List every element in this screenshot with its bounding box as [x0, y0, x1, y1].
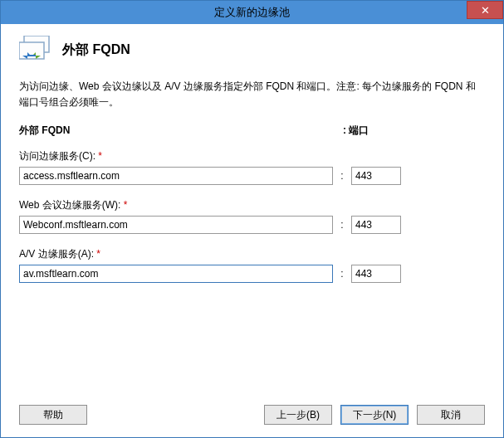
av-edge-port-input[interactable] [351, 265, 401, 283]
page-header: 外部 FQDN [19, 36, 485, 64]
column-fqdn-header: 外部 FQDN [19, 124, 335, 138]
column-headers: 外部 FQDN : 端口 [19, 124, 485, 138]
separator: : [333, 219, 351, 231]
access-edge-port-input[interactable] [351, 167, 401, 185]
page-title: 外部 FQDN [62, 41, 130, 59]
webconf-edge-label: Web 会议边缘服务(W): * [19, 198, 485, 212]
av-edge-label-text: A/V 边缘服务(A): [19, 248, 94, 260]
help-button[interactable]: 帮助 [19, 405, 87, 425]
page-description: 为访问边缘、Web 会议边缘以及 A/V 边缘服务指定外部 FQDN 和端口。注… [19, 79, 485, 110]
field-access-edge: 访问边缘服务(C): * : [19, 149, 485, 185]
field-av-edge: A/V 边缘服务(A): * : [19, 247, 485, 283]
field-webconf-edge: Web 会议边缘服务(W): * : [19, 198, 485, 234]
webconf-edge-fqdn-input[interactable] [19, 216, 333, 234]
edge-pool-icon [19, 36, 52, 64]
next-button[interactable]: 下一步(N) [340, 405, 409, 425]
webconf-edge-label-text: Web 会议边缘服务(W): [19, 199, 120, 211]
access-edge-label-text: 访问边缘服务(C): [19, 150, 95, 162]
wizard-window: 定义新的边缘池 ✕ 外部 FQDN 为访问边缘、Web 会议边缘以及 A/V 边… [0, 0, 504, 438]
cancel-button[interactable]: 取消 [417, 405, 485, 425]
av-edge-fqdn-input[interactable] [19, 265, 333, 283]
column-port-header: : 端口 [343, 124, 369, 138]
av-edge-label: A/V 边缘服务(A): * [19, 247, 485, 261]
required-marker: * [124, 199, 128, 211]
close-button[interactable]: ✕ [467, 1, 503, 19]
window-title: 定义新的边缘池 [1, 5, 503, 20]
required-marker: * [98, 150, 102, 162]
content-area: 外部 FQDN 为访问边缘、Web 会议边缘以及 A/V 边缘服务指定外部 FQ… [1, 24, 503, 401]
back-button[interactable]: 上一步(B) [264, 405, 332, 425]
required-marker: * [96, 248, 100, 260]
webconf-edge-port-input[interactable] [351, 216, 401, 234]
separator: : [333, 268, 351, 280]
button-bar: 帮助 上一步(B) 下一步(N) 取消 [1, 401, 503, 437]
access-edge-fqdn-input[interactable] [19, 167, 333, 185]
titlebar: 定义新的边缘池 ✕ [1, 1, 503, 24]
close-icon: ✕ [481, 4, 490, 17]
separator: : [333, 170, 351, 182]
access-edge-label: 访问边缘服务(C): * [19, 149, 485, 163]
